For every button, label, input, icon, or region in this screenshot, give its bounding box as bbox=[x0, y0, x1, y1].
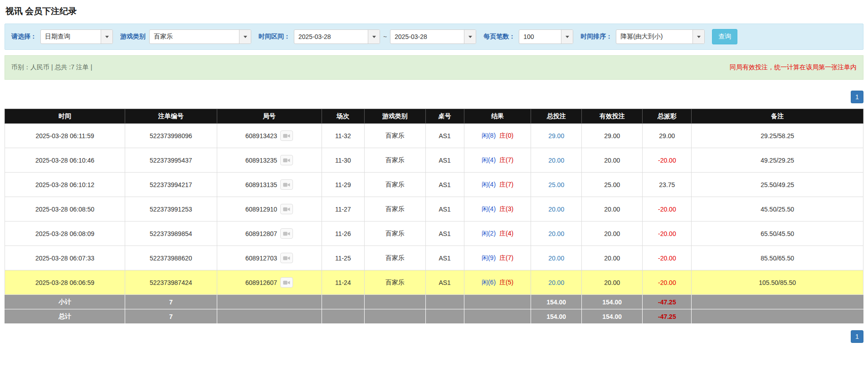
game-type-label: 游戏类别 bbox=[120, 33, 146, 41]
total-valid-bet: 154.00 bbox=[582, 309, 643, 324]
result-player: 闲(9) bbox=[482, 254, 496, 261]
video-camera-icon bbox=[283, 280, 290, 285]
date-to-input[interactable] bbox=[390, 30, 464, 43]
header-session: 场次 bbox=[322, 109, 365, 124]
total-bet-link[interactable]: 29.00 bbox=[548, 132, 564, 140]
chevron-down-icon bbox=[468, 36, 472, 38]
chevron-down-icon bbox=[697, 36, 701, 38]
cell-session: 11-27 bbox=[322, 197, 365, 222]
cell-round-id: 608912910 bbox=[217, 197, 322, 222]
time-sort-dropdown-button[interactable] bbox=[692, 30, 704, 43]
cell-game-type: 百家乐 bbox=[365, 222, 425, 246]
total-bet-link[interactable]: 20.00 bbox=[548, 157, 564, 164]
time-sort-input[interactable] bbox=[616, 30, 692, 43]
query-type-select[interactable] bbox=[40, 29, 113, 44]
game-type-input[interactable] bbox=[150, 30, 239, 43]
time-range-label: 时间区间： bbox=[258, 33, 290, 41]
date-from-dropdown-button[interactable] bbox=[368, 30, 380, 43]
header-time: 时间 bbox=[5, 109, 125, 124]
currency-total-text: 币别：人民币 | 总共 :7 注单 | bbox=[11, 63, 92, 72]
cell-game-type: 百家乐 bbox=[365, 246, 425, 270]
summary-notice-text: 同局有效投注，统一计算在该局第一张注单内 bbox=[730, 63, 857, 72]
game-type-dropdown-button[interactable] bbox=[239, 30, 251, 43]
video-replay-button[interactable] bbox=[280, 179, 293, 190]
game-type-select[interactable] bbox=[149, 29, 251, 44]
subtotal-total-payout: -47.25 bbox=[643, 295, 692, 309]
cell-table-no: AS1 bbox=[425, 173, 464, 197]
total-bet-link[interactable]: 20.00 bbox=[548, 230, 564, 237]
video-replay-button[interactable] bbox=[280, 253, 293, 263]
time-sort-select[interactable] bbox=[616, 29, 705, 44]
video-replay-button[interactable] bbox=[280, 277, 293, 288]
page-1-button[interactable]: 1 bbox=[851, 91, 863, 103]
cell-time: 2025-03-28 06:10:12 bbox=[5, 173, 125, 197]
page-size-input[interactable] bbox=[519, 30, 561, 43]
result-player: 闲(4) bbox=[482, 181, 496, 188]
table-row: 2025-03-28 06:06:59 522373987424 6089126… bbox=[5, 270, 863, 295]
cell-session: 11-29 bbox=[322, 173, 365, 197]
date-from-input[interactable] bbox=[294, 30, 368, 43]
date-to-dropdown-button[interactable] bbox=[464, 30, 476, 43]
video-camera-icon bbox=[283, 182, 290, 188]
total-count: 7 bbox=[125, 309, 217, 324]
cell-game-type: 百家乐 bbox=[365, 270, 425, 295]
cell-round-id: 608913235 bbox=[217, 148, 322, 173]
date-to-select[interactable] bbox=[390, 29, 476, 44]
video-replay-button[interactable] bbox=[280, 228, 293, 239]
page-1-button[interactable]: 1 bbox=[851, 330, 863, 343]
header-bet-id: 注单编号 bbox=[125, 109, 217, 124]
video-replay-button[interactable] bbox=[280, 204, 293, 214]
header-total-bet: 总投注 bbox=[531, 109, 582, 124]
video-replay-button[interactable] bbox=[280, 130, 293, 141]
cell-result: 闲(8) 庄(0) bbox=[464, 124, 531, 148]
cell-valid-bet: 29.00 bbox=[582, 124, 643, 148]
cell-game-type: 百家乐 bbox=[365, 124, 425, 148]
query-type-input[interactable] bbox=[41, 30, 101, 43]
search-button[interactable]: 查询 bbox=[712, 29, 737, 44]
cell-total-bet: 20.00 bbox=[531, 270, 582, 295]
total-bet-link[interactable]: 25.00 bbox=[548, 181, 564, 188]
cell-valid-bet: 20.00 bbox=[582, 197, 643, 222]
total-bet-link[interactable]: 20.00 bbox=[548, 206, 564, 213]
cell-game-type: 百家乐 bbox=[365, 197, 425, 222]
header-game-type: 游戏类别 bbox=[365, 109, 425, 124]
cell-remark: 49.25/29.25 bbox=[692, 148, 863, 173]
video-replay-button[interactable] bbox=[280, 155, 293, 165]
empty-cell bbox=[464, 295, 531, 309]
round-id-text: 608912607 bbox=[245, 279, 277, 286]
cell-valid-bet: 20.00 bbox=[582, 148, 643, 173]
summary-bar: 币别：人民币 | 总共 :7 注单 | 同局有效投注，统一计算在该局第一张注单内 bbox=[5, 55, 863, 80]
header-table-no: 桌号 bbox=[425, 109, 464, 124]
empty-cell bbox=[322, 309, 365, 324]
cell-bet-id: 522373987424 bbox=[125, 270, 217, 295]
cell-table-no: AS1 bbox=[425, 222, 464, 246]
cell-total-payout: 23.75 bbox=[643, 173, 692, 197]
query-type-label: 请选择： bbox=[11, 33, 37, 41]
cell-table-no: AS1 bbox=[425, 148, 464, 173]
result-banker: 庄(4) bbox=[499, 230, 513, 237]
page-size-dropdown-button[interactable] bbox=[561, 30, 573, 43]
result-banker: 庄(7) bbox=[499, 181, 513, 188]
cell-valid-bet: 20.00 bbox=[582, 246, 643, 270]
video-camera-icon bbox=[283, 231, 290, 236]
cell-session: 11-25 bbox=[322, 246, 365, 270]
table-body: 2025-03-28 06:11:59 522373998096 6089134… bbox=[5, 124, 863, 295]
video-camera-icon bbox=[283, 207, 290, 212]
cell-total-bet: 20.00 bbox=[531, 246, 582, 270]
date-from-select[interactable] bbox=[294, 29, 380, 44]
cell-round-id: 608913135 bbox=[217, 173, 322, 197]
cell-round-id: 608912703 bbox=[217, 246, 322, 270]
cell-session: 11-32 bbox=[322, 124, 365, 148]
total-bet-link[interactable]: 20.00 bbox=[548, 279, 564, 286]
cell-total-bet: 25.00 bbox=[531, 173, 582, 197]
page-size-select[interactable] bbox=[519, 29, 573, 44]
result-banker: 庄(0) bbox=[499, 132, 513, 139]
cell-total-bet: 20.00 bbox=[531, 197, 582, 222]
cell-valid-bet: 20.00 bbox=[582, 270, 643, 295]
cell-remark: 45.50/25.50 bbox=[692, 197, 863, 222]
cell-result: 闲(9) 庄(7) bbox=[464, 246, 531, 270]
result-player: 闲(2) bbox=[482, 230, 496, 237]
total-bet-link[interactable]: 20.00 bbox=[548, 255, 564, 262]
result-banker: 庄(3) bbox=[499, 205, 513, 212]
query-type-dropdown-button[interactable] bbox=[101, 30, 112, 43]
